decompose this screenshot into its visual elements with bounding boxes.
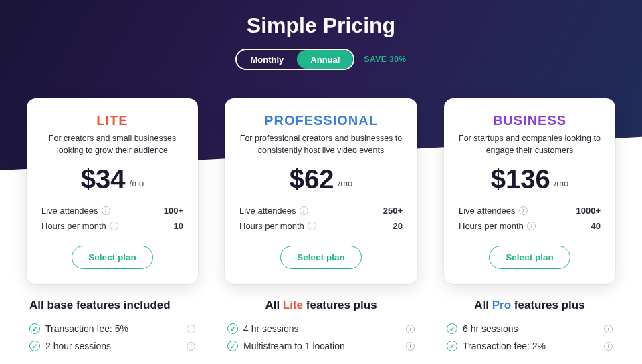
stat-value-attendees-lite: 100+ <box>164 206 183 216</box>
plan-card-business: BUSINESS For startups and companies look… <box>444 98 615 284</box>
features-business: All Pro features plus ✓6 hr sessions i ✓… <box>444 299 615 355</box>
info-icon[interactable]: i <box>604 325 613 333</box>
plan-desc-lite: For creators and small businesses lookin… <box>41 132 183 156</box>
plan-desc-pro: For professional creators and businesses… <box>239 132 403 156</box>
features-title-business: All Pro features plus <box>447 299 613 312</box>
stat-label-attendees: Live attendees <box>239 206 296 216</box>
feature-row: ✓6 hr sessions i <box>447 320 613 337</box>
features-lite: All base features included ✓Transaction … <box>27 299 198 355</box>
stat-value-hours-pro: 20 <box>393 221 403 231</box>
page-title: Simple Pricing <box>0 0 642 38</box>
save-badge: SAVE 30% <box>364 55 406 64</box>
plan-column-lite: LITE For creators and small businesses l… <box>27 98 198 355</box>
toggle-monthly[interactable]: Monthly <box>237 50 297 69</box>
stat-value-hours-lite: 10 <box>174 221 183 231</box>
select-plan-button-business[interactable]: Select plan <box>489 246 570 269</box>
feature-text: Transaction fee: 2% <box>463 341 546 351</box>
info-icon[interactable]: i <box>527 222 536 230</box>
stat-label-hours: Hours per month <box>459 221 524 231</box>
billing-toggle: Monthly Annual <box>235 49 354 70</box>
plan-column-pro: PROFESSIONAL For professional creators a… <box>225 98 417 355</box>
price-period: /mo <box>554 178 569 192</box>
check-icon: ✓ <box>227 341 238 351</box>
stat-value-attendees-business: 1000+ <box>576 206 601 216</box>
feature-text: 6 hr sessions <box>463 323 518 334</box>
feature-row: ✓4 hr sessions i <box>227 320 415 337</box>
features-pro: All Lite features plus ✓4 hr sessions i … <box>225 299 417 355</box>
stat-value-attendees-pro: 250+ <box>383 206 403 216</box>
select-plan-button-lite[interactable]: Select plan <box>72 246 152 269</box>
plan-card-lite: LITE For creators and small businesses l… <box>27 98 198 284</box>
stat-value-hours-business: 40 <box>591 221 601 231</box>
info-icon[interactable]: i <box>604 342 613 351</box>
info-icon[interactable]: i <box>406 325 415 333</box>
toggle-annual[interactable]: Annual <box>297 50 353 69</box>
check-icon: ✓ <box>29 341 40 351</box>
price-period: /mo <box>130 178 144 192</box>
info-icon[interactable]: i <box>308 222 316 230</box>
info-icon[interactable]: i <box>110 222 118 230</box>
plan-name-lite: LITE <box>41 113 183 128</box>
info-icon[interactable]: i <box>187 325 195 333</box>
check-icon: ✓ <box>447 341 457 351</box>
features-title-lite: All base features included <box>29 299 195 312</box>
stat-label-attendees: Live attendees <box>41 206 98 216</box>
stat-label-hours: Hours per month <box>41 221 106 231</box>
plan-desc-business: For startups and companies looking to en… <box>459 132 601 156</box>
check-icon: ✓ <box>227 323 238 334</box>
plan-column-business: BUSINESS For startups and companies look… <box>444 98 615 355</box>
price-period: /mo <box>338 178 353 192</box>
feature-text: 4 hr sessions <box>243 323 298 334</box>
feature-text: Multistream to 1 location <box>243 341 345 351</box>
plan-price-pro: $62 <box>290 166 334 192</box>
info-icon[interactable]: i <box>102 206 110 215</box>
info-icon[interactable]: i <box>519 206 528 215</box>
plan-price-lite: $34 <box>81 166 126 192</box>
stat-label-hours: Hours per month <box>239 221 304 231</box>
feature-text: Transaction fee: 5% <box>45 323 128 334</box>
features-title-pro: All Lite features plus <box>227 299 415 312</box>
plan-price-business: $136 <box>491 166 550 192</box>
info-icon[interactable]: i <box>406 342 415 351</box>
billing-toggle-row: Monthly Annual SAVE 30% <box>0 49 642 70</box>
info-icon[interactable]: i <box>187 342 195 351</box>
plan-card-pro: PROFESSIONAL For professional creators a… <box>225 98 417 284</box>
plan-name-pro: PROFESSIONAL <box>239 113 403 128</box>
select-plan-button-pro[interactable]: Select plan <box>280 246 361 269</box>
feature-text: 2 hour sessions <box>45 341 111 351</box>
feature-row: ✓Multistream to 1 location i <box>227 337 415 355</box>
feature-row: ✓Transaction fee: 2% i <box>447 337 613 355</box>
plan-name-business: BUSINESS <box>459 113 601 128</box>
check-icon: ✓ <box>29 323 40 334</box>
check-icon: ✓ <box>447 323 457 334</box>
stat-label-attendees: Live attendees <box>459 206 516 216</box>
feature-row: ✓Transaction fee: 5% i <box>29 320 195 337</box>
info-icon[interactable]: i <box>300 206 308 215</box>
pricing-cards: LITE For creators and small businesses l… <box>0 98 642 355</box>
feature-row: ✓2 hour sessions i <box>29 337 195 355</box>
